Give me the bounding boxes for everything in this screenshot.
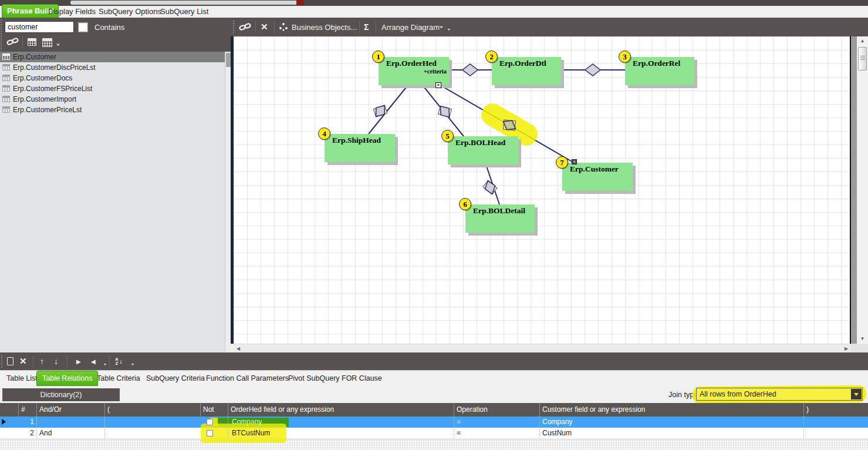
cell-andor[interactable] [36,417,104,428]
diagram-node-customer[interactable]: 7 Erp.Customer + [562,163,633,191]
tab-pivot-subquery-for-clause[interactable]: Pivot SubQuery FOR Clause [283,372,387,385]
toolbar-separator [274,21,275,33]
scroll-up-icon[interactable]: ▲ [857,36,868,46]
header-open-paren[interactable]: ( [104,403,200,417]
scroll-right-icon[interactable]: ▶ [842,344,851,353]
header-left-field[interactable]: OrderHed field or any expression [228,403,454,417]
cell-left-field[interactable]: Company [228,417,454,428]
toolbar-grip[interactable] [0,19,3,51]
cell-open-paren[interactable] [104,428,200,439]
dropdown-arrow-icon[interactable] [851,389,862,399]
diagram-node-orderdtl[interactable]: 2 Erp.OrderDtl [492,57,561,85]
nav-caret-icon[interactable] [104,364,107,365]
relation-row[interactable]: 2 And BTCustNum = CustNum [0,428,868,439]
move-down-icon[interactable]: ↓ [54,352,58,370]
header-andor[interactable]: And/Or [36,403,104,417]
toolbar-grip[interactable] [1,354,4,368]
cell-right-field[interactable]: Company [539,417,803,428]
search-input[interactable] [5,21,74,33]
diagram-canvas[interactable]: 1 Erp.OrderHed +criteria ✕ 2 Erp.OrderDt… [234,36,851,344]
scrollbar-thumb[interactable] [858,47,867,70]
list-item[interactable]: Erp.CustomerFSPriceList [0,83,225,94]
new-row-icon[interactable] [7,352,13,370]
diagram-node-shiphead[interactable]: 4 Erp.ShipHead [325,134,395,162]
cell-andor[interactable]: And [36,428,104,439]
not-checkbox[interactable] [207,419,213,425]
diagram-vscrollbar[interactable]: ▲ ▼ [857,36,868,344]
contains-label: Contains [94,23,124,32]
cell-open-paren[interactable] [104,417,200,428]
contains-checkbox[interactable] [78,22,88,32]
scroll-left-icon[interactable]: ◀ [234,344,243,353]
header-right-field[interactable]: Customer field or any expression [539,403,803,417]
header-num[interactable]: # [18,403,36,417]
toolbar-separator [109,355,110,367]
list-item[interactable]: Erp.CustomerDocs [0,73,225,83]
list-item-label: Erp.CustomerDiscPriceLst [13,63,96,72]
node-label: Erp.OrderDtl [499,59,546,68]
cell-close-paren[interactable] [803,417,868,428]
diagram-node-orderhed[interactable]: 1 Erp.OrderHed +criteria ✕ [379,57,449,85]
prev-icon[interactable]: ◀ [91,352,96,370]
table-list-scrollbar[interactable] [225,52,231,352]
tab-display-fields[interactable]: Display Fields [43,6,100,18]
toolbar-grip[interactable] [232,20,235,34]
sigma-icon[interactable]: Σ [364,18,369,36]
scrollbar-corner [851,344,868,352]
table-icon [2,75,10,81]
header-close-paren[interactable]: ) [803,403,868,417]
move-up-icon[interactable]: ↑ [40,352,44,370]
diagram-node-bolhead[interactable]: 5 Erp.BOLHead [448,136,518,164]
grid-empty-area [0,439,868,450]
header-operation[interactable]: Operation [454,403,539,417]
tab-subquery-criteria[interactable]: SubQuery Criteria [141,372,210,385]
delete-icon[interactable]: ✕ [261,18,268,36]
grid-toolbar: ✕ ↑ ↓ ▶ ◀ AZ↓ [0,352,868,370]
not-checkbox[interactable] [207,430,213,436]
list-item[interactable]: Erp.CustomerDiscPriceLst [0,62,225,73]
tab-function-call-parameters[interactable]: Function Call Parameters [201,372,294,385]
scroll-down-icon[interactable]: ▼ [857,334,868,344]
tab-subquery-list[interactable]: SubQuery List [156,6,213,18]
list-item[interactable]: Erp.CustomerPriceLst [0,105,225,115]
table-calc-icon[interactable] [42,38,52,47]
business-objects-icon[interactable] [279,18,288,36]
arrange-diagram-caret-icon[interactable] [440,26,443,29]
business-objects-button[interactable]: Business Objects... [292,18,357,36]
cell-right-field[interactable]: CustNum [539,428,803,439]
collapse-criteria-icon[interactable]: ✕ [435,82,441,88]
toolbar-separator [33,355,33,367]
dictionary-button[interactable]: Dictionary(2) [2,388,120,401]
diagram-hscrollbar[interactable]: ◀ ▶ [234,344,851,352]
table-icon [2,85,10,92]
link-tables-icon[interactable] [6,36,19,49]
cell-num: 1 [18,417,36,428]
expand-criteria-icon[interactable]: + [572,159,577,164]
sort-az-icon[interactable]: AZ↓ [115,352,123,370]
node-number-badge: 5 [441,130,454,142]
diagram-node-orderrel[interactable]: 3 Erp.OrderRel [625,57,694,85]
cell-close-paren[interactable] [803,428,868,439]
relation-row[interactable]: 1 Company = Company [0,417,868,428]
list-item-label: Erp.CustomerPriceLst [13,106,82,114]
table-icon[interactable] [28,38,36,46]
cell-operation[interactable]: = [454,417,539,428]
delete-row-icon[interactable]: ✕ [19,352,27,370]
sort-caret-icon[interactable] [131,364,134,365]
diagram-node-boldetail[interactable]: 6 Erp.BOLDetail [465,204,535,233]
tab-table-criteria[interactable]: Table Criteria [92,372,146,385]
toolbar-overflow-caret-icon[interactable] [448,29,451,31]
list-item[interactable]: Erp.Customer [0,52,225,62]
tab-table-relations[interactable]: Table Relations [36,371,98,386]
arrange-diagram-button[interactable]: Arrange Diagram [381,18,440,36]
next-icon[interactable]: ▶ [76,352,81,370]
cell-operation[interactable]: = [454,428,539,439]
link-relation-icon[interactable] [239,18,252,36]
list-item[interactable]: Erp.CustomerImport [0,94,225,105]
table-search-toolbar: Contains [0,18,231,52]
cell-left-field[interactable]: BTCustNum [228,428,454,439]
header-not[interactable]: Not [200,403,228,417]
join-type-dropdown[interactable]: All rows from OrderHed [696,388,863,401]
scrollbar-thumb[interactable] [226,53,231,67]
toolbar-dropdown-caret-icon[interactable] [56,44,60,46]
